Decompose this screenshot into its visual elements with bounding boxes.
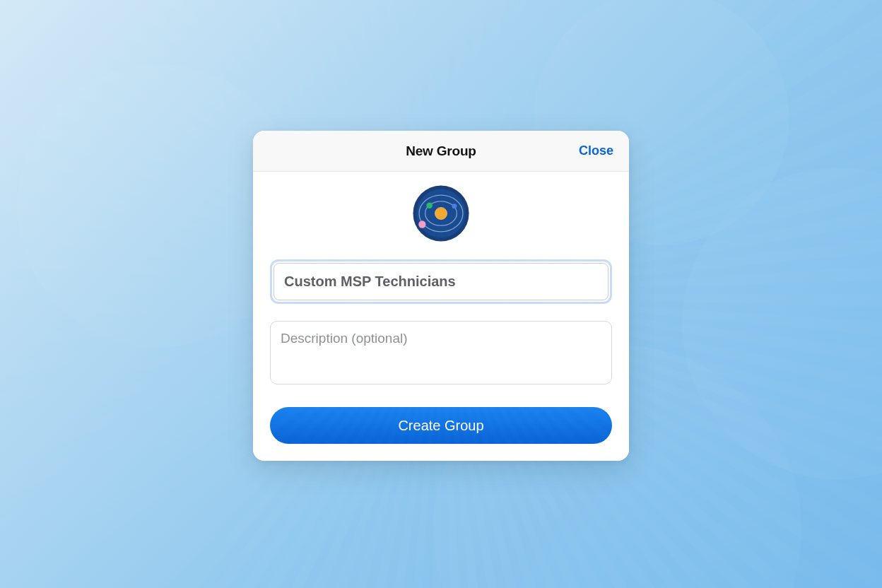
modal-title: New Group [406, 143, 476, 159]
group-name-input[interactable] [274, 263, 608, 300]
group-description-input[interactable] [270, 321, 612, 384]
svg-point-7 [418, 220, 425, 228]
svg-point-1 [417, 189, 466, 238]
close-button[interactable]: Close [579, 143, 613, 158]
group-icon-container [270, 183, 612, 244]
svg-point-6 [426, 203, 433, 209]
create-group-button[interactable]: Create Group [270, 407, 612, 444]
modal-header: New Group Close [253, 131, 629, 172]
svg-point-4 [435, 207, 447, 219]
svg-point-2 [419, 195, 463, 232]
svg-point-0 [413, 185, 469, 241]
svg-point-8 [452, 204, 457, 208]
orbit-group-icon [411, 183, 471, 244]
group-name-focus-ring [270, 259, 612, 304]
new-group-modal: New Group Close [253, 131, 629, 461]
svg-point-3 [425, 201, 457, 225]
page-background: New Group Close [0, 0, 882, 588]
svg-point-5 [435, 207, 447, 219]
modal-body: Create Group [253, 172, 629, 461]
